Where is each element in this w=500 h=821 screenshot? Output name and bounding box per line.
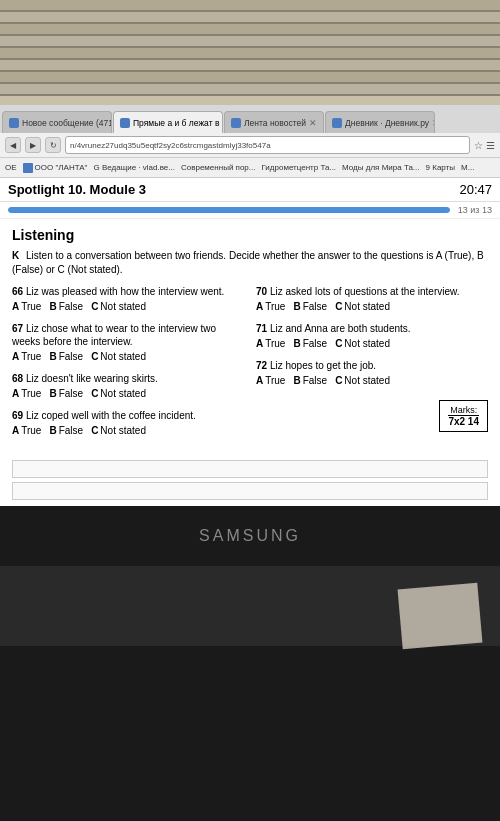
- tab-close-3[interactable]: ✕: [309, 118, 317, 128]
- q68-answer-b[interactable]: B False: [49, 388, 83, 399]
- questions-container: 66 Liz was pleased with how the intervie…: [12, 285, 488, 446]
- marks-value: 7x2 14: [448, 415, 479, 427]
- bookmark-sov[interactable]: Современный пор...: [181, 163, 256, 172]
- question-66: 66 Liz was pleased with how the intervie…: [12, 285, 244, 312]
- content-area: Listening K Listen to a conversation bet…: [0, 219, 500, 454]
- page-title: Spotlight 10. Module 3: [8, 182, 146, 197]
- instruction-letter: K: [12, 250, 19, 261]
- bookmark-hydro-label: Гидрометцентр Та...: [261, 163, 336, 172]
- q69-answer-a[interactable]: A True: [12, 425, 41, 436]
- q71-answer-b[interactable]: B False: [293, 338, 327, 349]
- tab-label-3: Лента новостей: [244, 118, 306, 128]
- question-69-number: 69: [12, 410, 23, 421]
- tab-4[interactable]: Дневник · Дневник.ру ✕: [325, 111, 435, 133]
- question-70: 70 Liz asked lots of questions at the in…: [256, 285, 488, 312]
- q72-answer-c[interactable]: C Not stated: [335, 375, 390, 386]
- q67-answer-a[interactable]: A True: [12, 351, 41, 362]
- input-area: [0, 454, 500, 506]
- browser-icons: ☆ ☰: [474, 140, 495, 151]
- refresh-button[interactable]: ↻: [45, 137, 61, 153]
- tab-label-4: Дневник · Дневник.ру: [345, 118, 429, 128]
- question-68-number: 68: [12, 373, 23, 384]
- q70-answer-c[interactable]: C Not stated: [335, 301, 390, 312]
- bookmark-mods-label: Моды для Мира Та...: [342, 163, 419, 172]
- tab-icon-4: [332, 118, 342, 128]
- bookmarks-bar: ОЕ ООО "ЛАНТА" G Ведащие · vlad.ве... Со…: [0, 158, 500, 178]
- question-72: 72 Liz hopes to get the job. A True B Fa…: [256, 359, 488, 386]
- tab-icon-1: [9, 118, 19, 128]
- question-67-number: 67: [12, 323, 23, 334]
- q67-answer-c[interactable]: C Not stated: [91, 351, 146, 362]
- bookmark-lanta-label: ООО "ЛАНТА": [35, 163, 88, 172]
- q66-answer-c[interactable]: C Not stated: [91, 301, 146, 312]
- marks-label: Marks:: [450, 405, 477, 415]
- url-text: n/4vrunez27udq35u5eqtf2sy2c6strcmgastdml…: [70, 141, 271, 150]
- tab-2[interactable]: Прямые а и б лежат в паралле... ✕: [113, 111, 223, 133]
- question-69: 69 Liz coped well with the coffee incide…: [12, 409, 244, 436]
- star-icon[interactable]: ☆: [474, 140, 483, 151]
- question-70-text: 70 Liz asked lots of questions at the in…: [256, 285, 488, 298]
- question-68-answers: A True B False C Not stated: [12, 388, 244, 399]
- q70-answer-b[interactable]: B False: [293, 301, 327, 312]
- question-72-number: 72: [256, 360, 267, 371]
- text-input-1[interactable]: [12, 460, 488, 478]
- question-69-text: 69 Liz coped well with the coffee incide…: [12, 409, 244, 422]
- progress-label: 13 из 13: [458, 205, 492, 215]
- progress-bar-fill: [8, 207, 450, 213]
- q66-answer-b[interactable]: B False: [49, 301, 83, 312]
- question-66-text: 66 Liz was pleased with how the intervie…: [12, 285, 244, 298]
- question-71: 71 Liz and Anna are both students. A Tru…: [256, 322, 488, 349]
- tab-1[interactable]: Новое сообщение (471) ✕: [2, 111, 112, 133]
- page-header: Spotlight 10. Module 3 20:47: [0, 178, 500, 202]
- question-67-answers: A True B False C Not stated: [12, 351, 244, 362]
- menu-icon[interactable]: ☰: [486, 140, 495, 151]
- bookmark-lanta[interactable]: ООО "ЛАНТА": [23, 163, 88, 173]
- q71-answer-c[interactable]: C Not stated: [335, 338, 390, 349]
- bookmark-oe-label: ОЕ: [5, 163, 17, 172]
- question-71-body: Liz and Anna are both students.: [270, 323, 411, 334]
- tab-icon-3: [231, 118, 241, 128]
- forward-button[interactable]: ▶: [25, 137, 41, 153]
- question-72-text: 72 Liz hopes to get the job.: [256, 359, 488, 372]
- back-button[interactable]: ◀: [5, 137, 21, 153]
- bookmark-icon-lanta: [23, 163, 33, 173]
- marks-box: Marks: 7x2 14: [439, 400, 488, 432]
- question-71-number: 71: [256, 323, 267, 334]
- bookmark-hydro[interactable]: Гидрометцентр Та...: [261, 163, 336, 172]
- page-time: 20:47: [459, 182, 492, 197]
- samsung-logo: SAMSUNG: [199, 527, 301, 545]
- q69-answer-b[interactable]: B False: [49, 425, 83, 436]
- q71-answer-a[interactable]: A True: [256, 338, 285, 349]
- q67-answer-b[interactable]: B False: [49, 351, 83, 362]
- bookmark-g[interactable]: G Ведащие · vlad.ве...: [93, 163, 175, 172]
- question-68: 68 Liz doesn't like wearing skirts. A Tr…: [12, 372, 244, 399]
- q68-answer-a[interactable]: A True: [12, 388, 41, 399]
- q70-answer-a[interactable]: A True: [256, 301, 285, 312]
- question-69-answers: A True B False C Not stated: [12, 425, 244, 436]
- q66-answer-a[interactable]: A True: [12, 301, 41, 312]
- question-71-text: 71 Liz and Anna are both students.: [256, 322, 488, 335]
- samsung-area: SAMSUNG: [0, 506, 500, 566]
- instruction-block: K Listen to a conversation between two f…: [12, 249, 488, 277]
- tab-label-1: Новое сообщение (471): [22, 118, 112, 128]
- paper-on-desk: [398, 583, 483, 650]
- bookmark-maps[interactable]: 9 Карты: [426, 163, 455, 172]
- question-66-body: Liz was pleased with how the interview w…: [26, 286, 224, 297]
- tab-label-2: Прямые а и б лежат в паралле...: [133, 118, 223, 128]
- q72-answer-b[interactable]: B False: [293, 375, 327, 386]
- bookmark-m-label: М...: [461, 163, 474, 172]
- q69-answer-c[interactable]: C Not stated: [91, 425, 146, 436]
- q68-answer-c[interactable]: C Not stated: [91, 388, 146, 399]
- question-67-body: Liz chose what to wear to the interview …: [12, 323, 216, 347]
- bookmark-oe[interactable]: ОЕ: [5, 163, 17, 172]
- url-bar[interactable]: n/4vrunez27udq35u5eqtf2sy2c6strcmgastdml…: [65, 136, 470, 154]
- tab-close-4[interactable]: ✕: [432, 118, 435, 128]
- bookmark-sov-label: Современный пор...: [181, 163, 256, 172]
- q72-answer-a[interactable]: A True: [256, 375, 285, 386]
- bookmark-mods[interactable]: Моды для Мира Та...: [342, 163, 419, 172]
- text-input-2[interactable]: [12, 482, 488, 500]
- browser-tabs: Новое сообщение (471) ✕ Прямые а и б леж…: [0, 105, 500, 133]
- question-70-body: Liz asked lots of questions at the inter…: [270, 286, 460, 297]
- bookmark-m[interactable]: М...: [461, 163, 474, 172]
- tab-3[interactable]: Лента новостей ✕: [224, 111, 324, 133]
